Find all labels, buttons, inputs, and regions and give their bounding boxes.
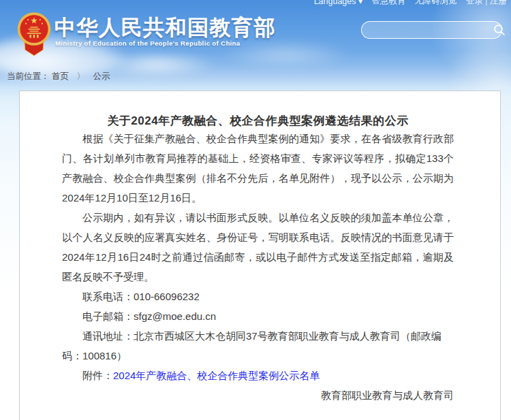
breadcrumb-label: 当前位置： <box>7 71 50 81</box>
top-link-login[interactable]: 登录 <box>466 0 483 5</box>
content-card: 关于2024年产教融合、校企合作典型案例遴选结果的公示 根据《关于征集产教融合、… <box>19 91 501 420</box>
divider: | <box>485 0 487 5</box>
contact-address-line: 通讯地址：北京市西城区大木仓胡同37号教育部职业教育与成人教育司（邮政编码：10… <box>62 326 454 366</box>
email-value: sfgz@moe.edu.cn <box>134 310 216 322</box>
breadcrumb-separator: 〉 <box>76 71 85 81</box>
languages-menu[interactable]: Languages ▾ <box>314 0 363 6</box>
cloud <box>95 52 218 78</box>
breadcrumb-current: 公示 <box>93 71 110 81</box>
attachment-line: 附件：2024年产教融合、校企合作典型案例公示名单 <box>62 366 454 385</box>
site-title[interactable]: 中华人民共和国教育部 <box>55 14 276 42</box>
dandelion-glow <box>429 0 511 85</box>
top-link-register[interactable]: 注册 <box>490 0 507 5</box>
search-box <box>361 21 502 39</box>
search-input[interactable] <box>362 22 493 38</box>
top-link-accessibility[interactable]: 无障碍浏览 <box>414 0 457 7</box>
address-label: 通讯地址： <box>82 330 134 342</box>
article-title: 关于2024年产教融合、校企合作典型案例遴选结果的公示 <box>62 113 454 129</box>
chevron-down-icon: ▾ <box>358 0 362 6</box>
national-emblem-icon <box>15 10 53 58</box>
breadcrumb-home[interactable]: 首页 <box>52 71 69 81</box>
national-emblem-logo[interactable] <box>15 10 53 58</box>
top-utility-nav: Languages ▾ 智慧教育 无障碍浏览 登录 | 注册 <box>314 0 507 7</box>
phone-value: 010-66096232 <box>134 291 200 302</box>
search-icon[interactable] <box>493 23 506 37</box>
signature: 教育部职业教育与成人教育司 <box>62 385 454 405</box>
top-auth-group: 登录 | 注册 <box>466 0 507 7</box>
contact-email-line: 电子邮箱：sfgz@moe.edu.cn <box>62 306 454 326</box>
article-paragraph: 公示期内，如有异议，请以书面形式反映。以单位名义反映的须加盖本单位公章，以个人名… <box>62 208 454 287</box>
languages-label: Languages <box>314 0 356 6</box>
article-paragraph: 根据《关于征集产教融合、校企合作典型案例的通知》要求，在各省级教育行政部门、各计… <box>62 129 454 208</box>
email-label: 电子邮箱： <box>82 310 134 322</box>
attachment-link[interactable]: 2024年产教融合、校企合作典型案例公示名单 <box>113 370 320 381</box>
attachment-label: 附件： <box>82 370 113 381</box>
top-link-smart-education[interactable]: 智慧教育 <box>371 0 405 7</box>
phone-label: 联系电话： <box>82 291 134 302</box>
site-subtitle-en: Ministry of Education of the People's Re… <box>55 39 241 47</box>
breadcrumb: 当前位置： 首页 〉 公示 <box>7 71 110 82</box>
contact-phone-line: 联系电话：010-66096232 <box>62 287 454 306</box>
